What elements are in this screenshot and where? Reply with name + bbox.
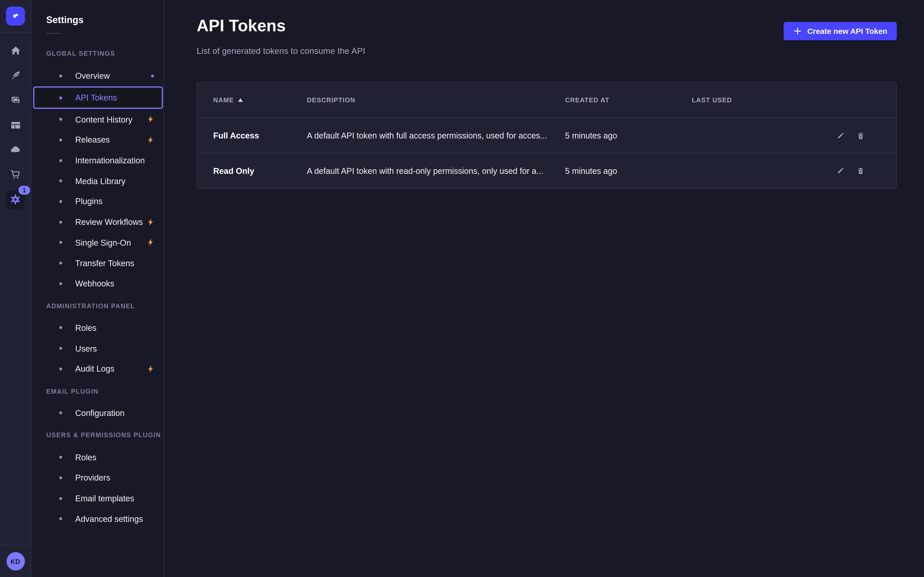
bullet-icon xyxy=(59,139,62,142)
subnav-title-divider xyxy=(46,33,60,34)
lightning-bolt-icon xyxy=(148,116,154,123)
lightning-bolt-icon xyxy=(148,136,154,144)
bullet-icon xyxy=(59,200,62,203)
bullet-icon xyxy=(59,74,62,77)
row-actions xyxy=(813,129,896,143)
sidebar-item-transfer-tokens[interactable]: Transfer Tokens xyxy=(31,253,163,273)
bullet-icon xyxy=(59,221,62,224)
column-header-description: DESCRIPTION xyxy=(307,97,565,103)
trash-icon xyxy=(857,132,864,140)
create-api-token-label: Create new API Token xyxy=(807,27,887,35)
plus-icon xyxy=(793,27,802,35)
sidebar-item-plugins[interactable]: Plugins xyxy=(31,191,163,212)
pencil-icon xyxy=(837,132,844,140)
section-label-administration-panel: ADMINISTRATION PANEL xyxy=(46,302,163,310)
nav-users-permissions-plugin: Roles Providers Email templates Advanced… xyxy=(31,447,163,529)
sidebar-item-up-roles[interactable]: Roles xyxy=(31,447,163,467)
bullet-icon xyxy=(59,118,62,121)
sort-ascending-icon xyxy=(238,98,242,102)
workspace-rail: 1 KD xyxy=(0,0,31,577)
sidebar-item-releases[interactable]: Releases xyxy=(31,130,163,150)
token-description: A default API token with read-only permi… xyxy=(307,166,565,176)
bullet-icon xyxy=(59,367,62,371)
sidebar-item-audit-logs[interactable]: Audit Logs xyxy=(31,358,163,379)
user-avatar[interactable]: KD xyxy=(6,552,25,571)
sidebar-item-internationalization[interactable]: Internationalization xyxy=(31,150,163,171)
section-label-email-plugin: EMAIL PLUGIN xyxy=(46,387,163,395)
sidebar-item-single-sign-on[interactable]: Single Sign-On xyxy=(31,232,163,253)
nav-email-plugin: Configuration xyxy=(31,403,163,423)
sidebar-item-media-library[interactable]: Media Library xyxy=(31,171,163,191)
subnav-title: Settings xyxy=(46,14,163,26)
bullet-icon xyxy=(59,159,62,162)
bullet-icon xyxy=(59,517,62,520)
token-name: Full Access xyxy=(213,131,307,140)
pencil-icon xyxy=(837,167,844,175)
bullet-icon xyxy=(59,282,62,285)
edit-token-button[interactable] xyxy=(834,164,848,178)
column-header-name[interactable]: NAME xyxy=(213,97,307,103)
sidebar-item-providers[interactable]: Providers xyxy=(31,467,163,488)
token-created-at: 5 minutes ago xyxy=(565,131,692,140)
sidebar-item-overview[interactable]: Overview xyxy=(31,66,163,86)
lightning-bolt-icon xyxy=(148,365,154,372)
content-type-builder-icon[interactable] xyxy=(6,115,25,134)
section-label-global-settings: GLOBAL SETTINGS xyxy=(46,50,163,58)
strapi-admin-app: 1 KD Settings GLOBAL SETTINGS Overview A… xyxy=(0,0,924,577)
sidebar-item-admin-roles[interactable]: Roles xyxy=(31,318,163,338)
section-label-users-permissions-plugin: USERS & PERMISSIONS PLUGIN xyxy=(46,432,163,439)
lightning-bolt-icon xyxy=(148,218,154,226)
edit-token-button[interactable] xyxy=(834,129,848,143)
bullet-icon xyxy=(59,497,62,500)
bullet-icon xyxy=(59,241,62,244)
bullet-icon xyxy=(59,96,62,99)
settings-notification-badge: 1 xyxy=(18,186,30,195)
home-icon[interactable] xyxy=(6,41,25,60)
bullet-icon xyxy=(59,261,62,265)
bullet-icon xyxy=(59,456,62,459)
lightning-bolt-icon xyxy=(148,239,154,247)
token-created-at: 5 minutes ago xyxy=(565,166,692,176)
table-row[interactable]: Read Only A default API token with read-… xyxy=(197,153,896,188)
media-library-icon[interactable] xyxy=(6,90,25,110)
delete-token-button[interactable] xyxy=(853,129,867,143)
api-tokens-table-card: NAME DESCRIPTION CREATED AT LAST USED Fu… xyxy=(197,82,897,189)
sidebar-item-email-configuration[interactable]: Configuration xyxy=(31,403,163,423)
sidebar-item-api-tokens[interactable]: API Tokens xyxy=(33,86,163,109)
settings-subnav: Settings GLOBAL SETTINGS Overview API To… xyxy=(31,0,164,577)
sidebar-item-email-templates[interactable]: Email templates xyxy=(31,488,163,509)
strapi-logo-icon xyxy=(11,11,20,21)
cloud-icon[interactable] xyxy=(6,140,25,159)
bullet-icon xyxy=(59,179,62,182)
marketplace-cart-icon[interactable] xyxy=(6,165,25,184)
content-manager-feather-icon[interactable] xyxy=(6,66,25,85)
page-subtitle: List of generated tokens to consume the … xyxy=(197,46,897,56)
bullet-icon xyxy=(59,326,62,329)
row-actions xyxy=(813,164,896,178)
strapi-logo[interactable] xyxy=(6,6,25,26)
table-row[interactable]: Full Access A default API token with ful… xyxy=(197,118,896,153)
notification-dot-icon xyxy=(151,74,154,77)
delete-token-button[interactable] xyxy=(853,164,867,178)
column-header-created-at: CREATED AT xyxy=(565,97,692,103)
column-header-last-used: LAST USED xyxy=(692,97,813,103)
rail-bottom: KD xyxy=(0,545,31,577)
bullet-icon xyxy=(59,476,62,479)
main-content: API Tokens List of generated tokens to c… xyxy=(164,0,924,577)
sidebar-item-content-history[interactable]: Content History xyxy=(31,109,163,129)
sidebar-item-webhooks[interactable]: Webhooks xyxy=(31,273,163,294)
settings-gear-icon[interactable]: 1 xyxy=(6,190,25,209)
nav-administration-panel: Roles Users Audit Logs xyxy=(31,318,163,379)
create-api-token-button[interactable]: Create new API Token xyxy=(783,22,897,40)
token-name: Read Only xyxy=(213,166,307,176)
token-description: A default API token with full access per… xyxy=(307,131,565,140)
bullet-icon xyxy=(59,412,62,415)
table-header-row: NAME DESCRIPTION CREATED AT LAST USED xyxy=(197,82,896,118)
sidebar-item-admin-users[interactable]: Users xyxy=(31,338,163,358)
nav-global-settings: Overview API Tokens Content History Rele… xyxy=(31,66,163,294)
rail-icon-list: 1 xyxy=(6,32,25,209)
bullet-icon xyxy=(59,347,62,350)
sidebar-item-advanced-settings[interactable]: Advanced settings xyxy=(31,509,163,529)
sidebar-item-review-workflows[interactable]: Review Workflows xyxy=(31,212,163,232)
trash-icon xyxy=(857,167,864,175)
